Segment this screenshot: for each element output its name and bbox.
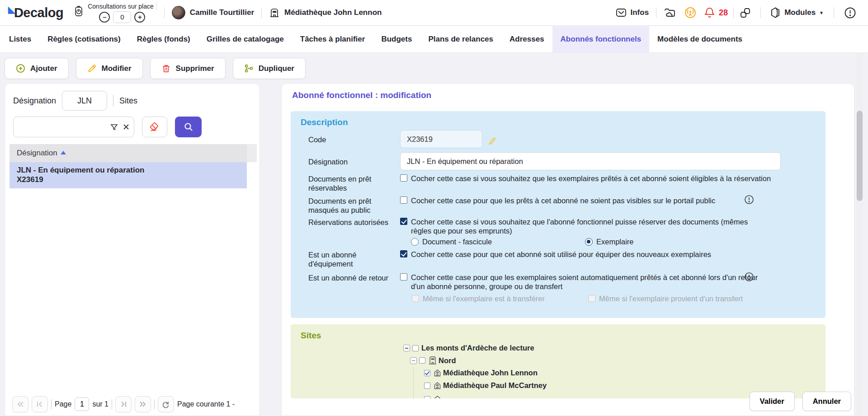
tab-abonnes-fonctionnels[interactable]: Abonnés fonctionnels [552, 26, 650, 52]
tab-plans-relances[interactable]: Plans de relances [420, 26, 501, 52]
next-page-button[interactable] [115, 396, 132, 412]
filter-funnel-icon[interactable] [110, 123, 118, 131]
current-site[interactable]: Médiathèque John Lennon [269, 7, 382, 18]
site-checkbox-paul-mccartney[interactable] [424, 383, 430, 389]
equipment-subscriber-checkbox[interactable] [400, 250, 407, 257]
tab-taches-planifier[interactable]: Tâches à planifier [292, 26, 373, 52]
page-scrollbar-track[interactable] [856, 53, 863, 416]
duplicate-button[interactable]: Dupliquer [233, 58, 306, 79]
previous-page-button[interactable] [32, 396, 48, 412]
info-icon[interactable] [744, 195, 754, 205]
modules-label: Modules [784, 8, 816, 17]
loans-reservable-checkbox[interactable] [400, 174, 407, 182]
refresh-button[interactable] [158, 396, 174, 412]
table-scroll-gutter [247, 144, 257, 162]
erase-filters-button[interactable] [142, 117, 167, 137]
group-checkbox[interactable] [419, 357, 425, 364]
validate-button[interactable]: Valider [750, 392, 795, 411]
tab-modeles-documents[interactable]: Modèles de documents [649, 26, 750, 52]
description-heading: Description [301, 117, 348, 127]
module-tabbar: Listes Règles (cotisations) Règles (fond… [0, 26, 868, 53]
notifications-button[interactable]: 28 [704, 7, 728, 19]
return-subscriber-label: Est un abonné de retour [308, 273, 400, 291]
last-page-button[interactable] [135, 396, 151, 412]
transfer-pending-checkbox[interactable] [412, 295, 419, 302]
top-header: ◣ Decalog Consultations sur place – 0 + … [0, 0, 868, 26]
sites-heading: Sites [301, 331, 321, 341]
table-row[interactable]: JLN - En équipement ou réparation X23619 [9, 162, 247, 188]
infos-button[interactable]: Infos [615, 7, 649, 19]
app-logo: ◣ Decalog [8, 5, 63, 20]
plus-circle-icon [16, 64, 25, 73]
edit-button[interactable]: Modifier [76, 58, 143, 79]
delete-button[interactable]: Supprimer [150, 58, 226, 79]
broadcast-button[interactable] [684, 6, 697, 19]
tab-regles-cotisations[interactable]: Règles (cotisations) [39, 26, 129, 52]
tab-regles-fonds[interactable]: Règles (fonds) [129, 26, 198, 52]
links-button[interactable] [739, 7, 751, 19]
cancel-button[interactable]: Annuler [802, 392, 851, 411]
edit-code-pencil-icon[interactable] [487, 136, 497, 146]
network-label[interactable]: Les monts d'Ardèche de lecture [421, 344, 534, 352]
tree-node-site: Médiathèque Paul McCartney [424, 381, 547, 390]
house-icon [433, 395, 442, 398]
building-icon [269, 7, 280, 18]
house-icon [433, 381, 442, 390]
sites-filter-label[interactable]: Sites [119, 96, 137, 106]
tree-node-site-partial [424, 395, 442, 398]
loans-hidden-checkbox[interactable] [400, 196, 407, 204]
loans-hidden-text: Cocher cette case pour que les prêts à c… [411, 196, 715, 215]
site-checkbox-partial[interactable] [424, 396, 430, 399]
equipment-subscriber-label: Est un abonné d'équipement [308, 250, 400, 268]
tab-listes[interactable]: Listes [1, 26, 39, 52]
info-icon[interactable] [744, 272, 754, 282]
divider [760, 7, 761, 18]
counter-device-icon [73, 5, 84, 17]
current-user[interactable]: Camille Tourtillier [172, 6, 254, 19]
link-icon [739, 7, 751, 19]
designation-filter-input[interactable] [62, 91, 107, 111]
page-total-label: sur 1 [92, 400, 108, 408]
divider [51, 399, 52, 409]
tab-budgets[interactable]: Budgets [373, 26, 420, 52]
add-button[interactable]: Ajouter [5, 58, 69, 79]
logo-accent: ◣ [8, 4, 15, 15]
transfer-origin-checkbox[interactable] [588, 295, 595, 302]
search-button[interactable] [175, 117, 202, 137]
code-input[interactable] [400, 130, 482, 148]
page-scrollbar-thumb[interactable] [857, 111, 863, 201]
group-label[interactable]: Nord [439, 356, 456, 365]
increment-button[interactable]: + [134, 12, 145, 23]
designation-input[interactable] [400, 152, 781, 170]
table-header-designation[interactable]: Désignation [9, 144, 247, 162]
tree-node-site: Médiathèque John Lennon [424, 369, 538, 377]
tab-adresses[interactable]: Adresses [501, 26, 552, 52]
decrement-button[interactable]: – [99, 12, 110, 23]
collapse-icon[interactable] [403, 345, 410, 351]
documents-button[interactable] [664, 7, 676, 19]
loans-reservable-label: Documents en prêt réservables [308, 174, 400, 192]
site-label-paul-mccartney[interactable]: Médiathèque Paul McCartney [443, 381, 547, 390]
network-checkbox[interactable] [412, 345, 419, 351]
help-button[interactable] [844, 7, 856, 19]
clear-icon[interactable] [123, 123, 130, 131]
notification-count: 28 [719, 8, 728, 18]
delete-label: Supprimer [176, 64, 214, 73]
site-checkbox-john-lennon[interactable] [424, 370, 430, 376]
modules-menu[interactable]: Modules ▼ [770, 7, 824, 19]
user-avatar [172, 6, 185, 19]
consultations-value[interactable]: 0 [113, 11, 131, 23]
radio-exemplaire[interactable] [585, 238, 593, 246]
loans-reservable-text: Cocher cette case si vous souhaitez que … [411, 174, 771, 192]
site-label-john-lennon[interactable]: Médiathèque John Lennon [443, 369, 538, 377]
page-number-input[interactable] [75, 397, 89, 411]
transfer-pending-label: Même si l'exemplaire est à transférer [423, 294, 545, 303]
first-page-button[interactable] [12, 396, 28, 412]
collapse-icon[interactable] [410, 357, 417, 364]
reservations-allowed-checkbox[interactable] [400, 218, 407, 225]
radio-document-fascicule[interactable] [411, 238, 419, 246]
consultations-counter: Consultations sur place – 0 + [73, 3, 157, 23]
equipment-subscriber-text: Cocher cette case pour que cet abonné so… [411, 250, 711, 268]
return-subscriber-checkbox[interactable] [400, 273, 407, 280]
tab-grilles-catalogage[interactable]: Grilles de catalogage [198, 26, 292, 52]
